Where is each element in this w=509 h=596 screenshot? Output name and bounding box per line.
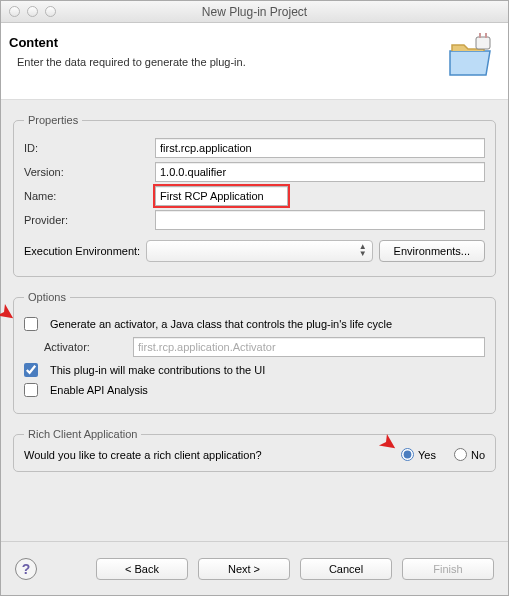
wizard-footer: ? < Back Next > Cancel Finish [1, 541, 508, 595]
rca-no-radio[interactable] [454, 448, 467, 461]
ui-contrib-checkbox[interactable] [24, 363, 38, 377]
back-button[interactable]: < Back [96, 558, 188, 580]
svg-rect-0 [476, 37, 490, 49]
provider-field[interactable] [155, 210, 485, 230]
next-button[interactable]: Next > [198, 558, 290, 580]
plugin-folder-icon [446, 33, 494, 83]
generate-activator-checkbox[interactable] [24, 317, 38, 331]
provider-label: Provider: [24, 214, 149, 226]
rca-yes-label: Yes [418, 449, 436, 461]
id-label: ID: [24, 142, 149, 154]
name-field[interactable] [155, 186, 288, 206]
window-title: New Plug-in Project [1, 5, 508, 19]
generate-activator-label: Generate an activator, a Java class that… [50, 318, 392, 330]
page-title: Content [9, 35, 246, 50]
api-analysis-checkbox[interactable] [24, 383, 38, 397]
environments-button[interactable]: Environments... [379, 240, 485, 262]
options-legend: Options [24, 291, 70, 303]
api-analysis-label: Enable API Analysis [50, 384, 148, 396]
rca-question: Would you like to create a rich client a… [24, 449, 262, 461]
exec-env-label: Execution Environment: [24, 245, 140, 257]
wizard-header: Content Enter the data required to gener… [1, 23, 508, 100]
name-label: Name: [24, 190, 149, 202]
rca-yes-radio[interactable] [401, 448, 414, 461]
svg-rect-1 [479, 33, 481, 38]
activator-label: Activator: [24, 341, 127, 353]
exec-env-select[interactable] [146, 240, 372, 262]
cancel-button[interactable]: Cancel [300, 558, 392, 580]
wizard-window: New Plug-in Project Content Enter the da… [0, 0, 509, 596]
activator-field [133, 337, 485, 357]
rca-legend: Rich Client Application [24, 428, 141, 440]
rca-no-label: No [471, 449, 485, 461]
version-label: Version: [24, 166, 149, 178]
rca-yes-option[interactable]: Yes [401, 448, 436, 461]
options-group: Options Generate an activator, a Java cl… [13, 291, 496, 414]
rca-no-option[interactable]: No [454, 448, 485, 461]
titlebar: New Plug-in Project [1, 1, 508, 23]
properties-legend: Properties [24, 114, 82, 126]
rca-group: Rich Client Application Would you like t… [13, 428, 496, 472]
id-field[interactable] [155, 138, 485, 158]
version-field[interactable] [155, 162, 485, 182]
wizard-body: Properties ID: Version: Name: Provider: [1, 100, 508, 541]
properties-group: Properties ID: Version: Name: Provider: [13, 114, 496, 277]
page-subtitle: Enter the data required to generate the … [17, 56, 246, 68]
svg-rect-2 [485, 33, 487, 38]
ui-contrib-label: This plug-in will make contributions to … [50, 364, 265, 376]
finish-button: Finish [402, 558, 494, 580]
help-button[interactable]: ? [15, 558, 37, 580]
